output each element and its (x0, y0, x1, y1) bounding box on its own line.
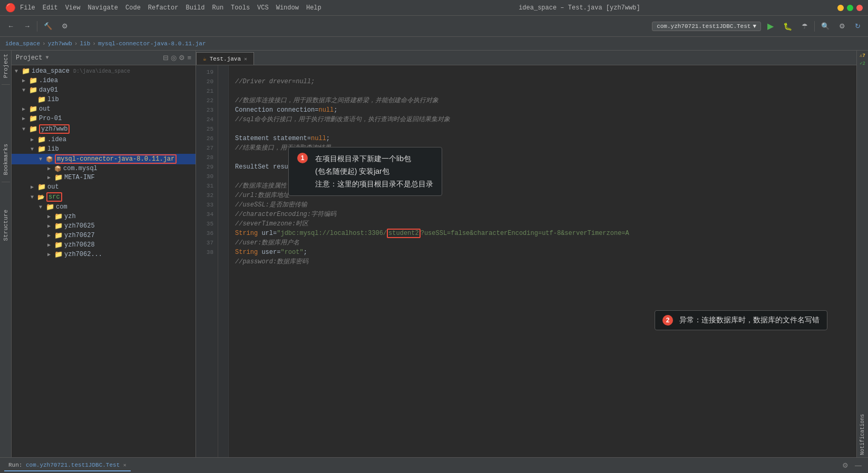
run-tab[interactable]: Run: com.yzh70721.test1JDBC.Test ✕ (4, 460, 131, 471)
maximize-button[interactable] (847, 5, 853, 11)
update-button[interactable]: ↻ (852, 20, 864, 32)
expand-icon: ▼ (31, 146, 36, 152)
tab-close-icon[interactable]: ✕ (244, 56, 247, 62)
debug-button[interactable]: 🐛 (780, 20, 795, 33)
tree-item-yzh70627[interactable]: ▶ 📁 yzh70627 (12, 231, 196, 240)
tree-label: yzh70628 (64, 241, 95, 249)
src-folder-icon: 📂 (37, 194, 45, 201)
menu-window[interactable]: Window (276, 4, 299, 12)
tree-item-com[interactable]: ▼ 📁 com (12, 202, 196, 212)
tree-item-yzh7wwb-lib[interactable]: ▼ 📁 lib (12, 144, 196, 154)
build-button[interactable]: 🔨 (41, 20, 55, 32)
tree-item-lib[interactable]: 📁 lib (12, 95, 196, 104)
run-tab-close[interactable]: ✕ (123, 462, 126, 468)
tree-item-yzh70628[interactable]: ▶ 📁 yzh70628 (12, 240, 196, 250)
breadcrumb-idea-space[interactable]: idea_space (5, 41, 40, 47)
project-dropdown-icon[interactable]: ▼ (45, 55, 48, 61)
tree-item-out[interactable]: ▶ 📁 out (12, 104, 196, 114)
tooltip1-badge: 1 (297, 153, 308, 163)
tree-item-yzh[interactable]: ▶ 📁 yzh (12, 212, 196, 221)
breadcrumb-yzh7wwb[interactable]: yzh7wwb (48, 41, 72, 47)
run-config-selector[interactable]: com.yzh70721.test1JDBC.Test ▼ (652, 22, 761, 31)
structure-tab[interactable]: Structure (3, 210, 9, 241)
tooltip1-line3: 注意：这里的项目根目录不是总目录 (315, 178, 433, 191)
tree-item-idea-space[interactable]: ▼ 📁 idea_space D:\java\idea_space (12, 66, 196, 76)
run-config-chevron-icon: ▼ (753, 23, 756, 29)
tab-test-java[interactable]: ☕ Test.java ✕ (196, 52, 254, 65)
notifications-tab[interactable]: Notifications (860, 414, 865, 455)
locate-file-button[interactable]: ◎ (171, 54, 177, 62)
breadcrumb-lib[interactable]: lib (80, 41, 90, 47)
expand-icon: ▶ (47, 165, 53, 172)
navigate-back-button[interactable]: ← (4, 20, 17, 32)
menu-navigate[interactable]: Navigate (87, 4, 118, 12)
expand-icon: ▶ (22, 77, 27, 84)
tree-item-yzh70625[interactable]: ▶ 📁 yzh70625 (12, 221, 196, 231)
expand-icon: ▼ (22, 126, 27, 132)
expand-icon: ▶ (22, 115, 27, 122)
navigate-forward-button[interactable]: → (21, 20, 34, 32)
folder-icon: 📁 (37, 145, 46, 153)
expand-icon: ▶ (47, 242, 53, 248)
code-content[interactable]: //Driver drever=null; //数据库连接接口，用于跟数据库之间… (229, 65, 856, 457)
expand-icon: ▶ (47, 251, 53, 258)
tree-item-yzh7wwb-idea[interactable]: ▶ 📁 .idea (12, 135, 196, 144)
tree-item-idea[interactable]: ▶ 📁 .idea (12, 76, 196, 85)
project-settings-button[interactable]: ⚙ (179, 54, 185, 62)
folder-icon: 📁 (29, 86, 37, 94)
menu-code[interactable]: Code (125, 4, 141, 12)
project-panel-title: Project (16, 54, 42, 62)
menu-help[interactable]: Help (306, 4, 321, 12)
menu-run[interactable]: Run (212, 4, 223, 12)
folder-icon: 📁 (22, 67, 30, 75)
run-tab-label: com.yzh70721.test1JDBC.Test (26, 462, 120, 468)
menu-refactor[interactable]: Refactor (148, 4, 179, 12)
collapse-all-button[interactable]: ⊟ (163, 54, 169, 62)
expand-icon: ▶ (47, 223, 53, 229)
menu-tools[interactable]: Tools (231, 4, 250, 12)
menu-edit[interactable]: Edit (43, 4, 58, 12)
menu-build[interactable]: Build (186, 4, 204, 12)
settings-button[interactable]: ⚙ (840, 460, 851, 470)
menu-file[interactable]: File (20, 4, 35, 12)
tree-item-pro01[interactable]: ▶ 📁 Pro-01 (12, 114, 196, 123)
settings-button[interactable]: ⚙ (58, 20, 71, 32)
project-tab[interactable]: Project (3, 54, 9, 78)
ide-settings-button[interactable]: ⚙ (836, 20, 849, 32)
left-sidebar: Project Bookmarks Structure (0, 51, 12, 457)
tree-item-out2[interactable]: ▶ 📁 out (12, 182, 196, 192)
tree-item-yzh7wwb[interactable]: ▼ 📁 yzh7wwb (12, 124, 196, 134)
tree-item-yzh70629[interactable]: ▶ 📁 yzh7062... (12, 250, 196, 259)
tree-item-com-mysql[interactable]: ▶ 📦 com.mysql (12, 164, 196, 173)
editor-tabs: ☕ Test.java ✕ (196, 51, 856, 65)
close-button[interactable] (856, 5, 863, 11)
tree-item-mysql-jar[interactable]: ▼ 📦 mysql-connector-java-8.0.11.jar (12, 154, 196, 164)
titlebar-left: 🔴 File Edit View Navigate Code Refactor … (5, 3, 321, 13)
menu-vcs[interactable]: VCS (257, 4, 269, 12)
expand-icon: ▶ (31, 184, 36, 190)
breadcrumb-jar[interactable]: mysql-connector-java-8.0.11.jar (98, 41, 206, 47)
project-panel-options-button[interactable]: ≡ (187, 54, 191, 62)
folder-icon: 📁 (37, 135, 46, 144)
tree-label: lib (47, 145, 59, 153)
tooltip1-content: 在项目根目录下新建一个lib包 (包名随便起) 安装jar包 注意：这里的项目根… (315, 153, 433, 190)
expand-icon: ▶ (47, 232, 53, 239)
run-button[interactable]: ▶ (764, 19, 777, 33)
folder-icon: 📁 (29, 76, 37, 85)
tooltip2-text: 异常：连接数据库时，数据库的文件名写错 (679, 316, 820, 324)
jar-icon: 📦 (46, 156, 53, 163)
tree-label: yzh70625 (64, 222, 95, 230)
menu-view[interactable]: View (65, 4, 81, 12)
minimize-button[interactable] (837, 5, 844, 11)
expand-icon: ▶ (47, 213, 53, 220)
coverage-button[interactable]: ☂ (798, 20, 811, 32)
tree-item-meta-inf[interactable]: ▶ 📁 META-INF (12, 173, 196, 182)
search-everywhere-button[interactable]: 🔍 (818, 20, 833, 32)
tree-item-src[interactable]: ▼ 📂 src (12, 192, 196, 202)
tree-item-day01[interactable]: ▼ 📁 day01 (12, 85, 196, 95)
expand-icon: ▼ (39, 204, 44, 210)
bookmarks-tab[interactable]: Bookmarks (3, 144, 9, 175)
project-panel-header: Project ▼ ⊟ ◎ ⚙ ≡ (12, 51, 196, 65)
tooltip1-line2: (包名随便起) 安装jar包 (315, 165, 433, 178)
close-panel-button[interactable]: — (853, 460, 864, 470)
